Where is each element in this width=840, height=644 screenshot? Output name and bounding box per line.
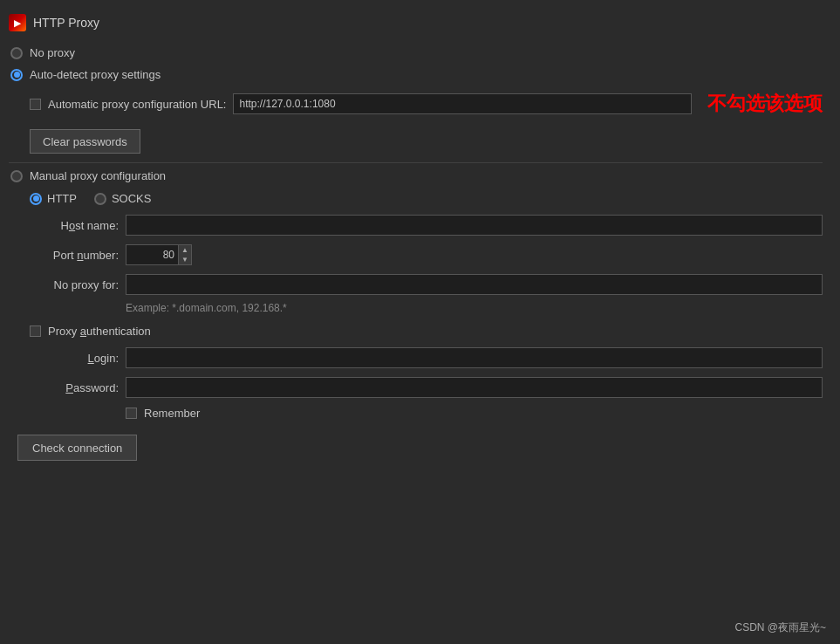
port-input-group: ▲ ▼ [126, 244, 192, 265]
check-connection-button[interactable]: Check connection [17, 435, 137, 461]
watermark: CSDN @夜雨星光~ [734, 620, 826, 635]
port-number-row: Port number: ▲ ▼ [9, 240, 823, 270]
page-title: HTTP Proxy [33, 16, 99, 30]
port-decrement-button[interactable]: ▼ [179, 255, 191, 264]
proxy-url-input[interactable] [233, 93, 692, 114]
auto-config-checkbox[interactable] [30, 99, 41, 110]
app-container: ▶ HTTP Proxy No proxy Auto-detect proxy … [0, 0, 840, 644]
protocol-row: HTTP SOCKS [9, 187, 823, 210]
no-proxy-option[interactable]: No proxy [9, 42, 823, 64]
no-proxy-for-label: No proxy for: [30, 278, 126, 291]
host-name-label-text: H [61, 219, 69, 232]
header: ▶ HTTP Proxy [9, 9, 823, 42]
http-radio[interactable] [30, 193, 42, 205]
password-row: Password: [9, 373, 823, 402]
password-label: Password: [30, 381, 126, 394]
check-connection-container: Check connection [9, 424, 823, 468]
http-label: HTTP [47, 192, 77, 205]
annotation-text: 不勾选该选项 [707, 91, 823, 117]
port-number-label: Port number: [30, 249, 126, 262]
port-input[interactable] [126, 244, 178, 265]
app-icon: ▶ [9, 14, 26, 31]
host-name-row: Host name: [9, 210, 823, 240]
auto-config-row: Automatic proxy configuration URL: 不勾选该选… [9, 86, 823, 122]
separator-1 [9, 162, 823, 163]
clear-passwords-button[interactable]: Clear passwords [30, 129, 140, 154]
no-proxy-label: No proxy [30, 46, 75, 59]
auto-detect-radio[interactable] [10, 69, 23, 81]
port-increment-button[interactable]: ▲ [179, 245, 191, 255]
example-text: Example: *.domain.com, 192.168.* [9, 299, 823, 319]
auto-config-label: Automatic proxy configuration URL: [48, 98, 226, 111]
login-label: Login: [30, 352, 126, 365]
port-spinners: ▲ ▼ [178, 244, 192, 265]
remember-label: Remember [144, 407, 200, 420]
no-proxy-radio[interactable] [10, 47, 23, 59]
host-name-input[interactable] [126, 215, 823, 236]
auto-detect-option[interactable]: Auto-detect proxy settings [9, 64, 823, 86]
manual-proxy-label: Manual proxy configuration [30, 169, 166, 182]
auto-detect-label: Auto-detect proxy settings [30, 68, 160, 81]
password-input[interactable] [126, 377, 823, 398]
proxy-auth-row[interactable]: Proxy authentication [9, 319, 823, 343]
no-proxy-for-input[interactable] [126, 274, 823, 295]
socks-radio[interactable] [94, 193, 106, 205]
manual-proxy-option[interactable]: Manual proxy configuration [9, 165, 823, 187]
host-name-label: Host name: [30, 219, 126, 232]
login-input[interactable] [126, 347, 823, 368]
proxy-auth-checkbox[interactable] [30, 325, 41, 337]
no-proxy-for-row: No proxy for: [9, 270, 823, 299]
login-row: Login: [9, 343, 823, 373]
socks-option[interactable]: SOCKS [94, 192, 152, 205]
proxy-auth-label: Proxy authentication [48, 325, 151, 338]
remember-row[interactable]: Remember [9, 402, 823, 424]
remember-checkbox[interactable] [126, 408, 137, 419]
socks-label: SOCKS [112, 192, 152, 205]
clear-passwords-container: Clear passwords [9, 122, 823, 161]
http-option[interactable]: HTTP [30, 192, 77, 205]
manual-proxy-radio[interactable] [10, 170, 23, 182]
